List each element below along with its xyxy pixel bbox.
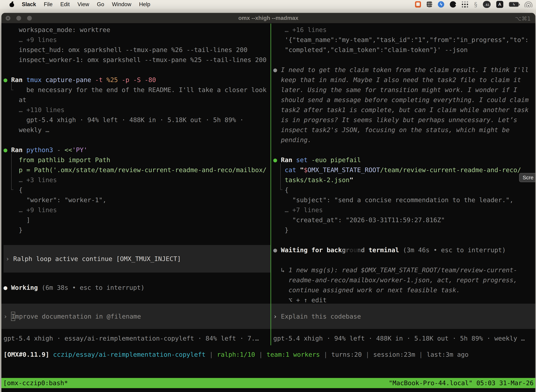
prompt-chevron-icon: › bbox=[4, 311, 11, 321]
screen-recording-icon[interactable] bbox=[415, 1, 421, 8]
terminal-text-segment: -S bbox=[133, 76, 144, 84]
terminal-line: "completed","claim_token":"claim-token"}… bbox=[273, 45, 535, 55]
terminal-text-segment: $ bbox=[304, 166, 308, 173]
terminal-text-segment: weekly … bbox=[4, 126, 49, 134]
terminal-text-segment: … +9 lines bbox=[4, 36, 57, 43]
terminal-line: keep that in mind. Maybe I also need the… bbox=[273, 75, 535, 85]
terminal-line: ● I need to get the claim token from the… bbox=[273, 65, 535, 75]
tmux-host-clock: "MacBook-Pro-44.local" 05:03 31-Mar-26 bbox=[389, 378, 534, 388]
terminal-text-segment: … +7 lines bbox=[273, 206, 323, 214]
count-badge-icon[interactable]: ..61 bbox=[483, 1, 491, 8]
prompt-input-left[interactable]: › Improve documentation in @filename bbox=[1, 304, 270, 329]
terminal-text-segment: OMX_TEAM_STATE_ROOT bbox=[308, 166, 380, 173]
menu-item-file[interactable]: File bbox=[44, 1, 53, 8]
terminal-line: p = Path('.omx/state/team/review-current… bbox=[4, 165, 270, 175]
bolt-circle-icon[interactable]: ϟ bbox=[438, 1, 444, 8]
screen-tooltip: Scre bbox=[519, 173, 535, 182]
zoom-button[interactable] bbox=[27, 16, 32, 21]
terminal-line: weekly … bbox=[4, 125, 270, 135]
output-bracket bbox=[280, 163, 282, 190]
terminal-line: … +7 lines bbox=[273, 205, 535, 215]
terminal-output: … +16 lines '{"team_name":"my-team","tas… bbox=[273, 25, 535, 305]
terminal-line: … +3 lines bbox=[4, 175, 270, 185]
terminal-text-segment: set bbox=[296, 156, 311, 163]
tmux-session-name: [omx-cczip0:bash* bbox=[3, 378, 68, 388]
terminal-line: at bbox=[4, 95, 270, 105]
terminal-text-segment: inspect_worker-1: omx sparkshell --tmux-… bbox=[4, 56, 267, 63]
terminal-text-segment: cczip/essay/ai-reimplementation-copyleft bbox=[53, 351, 206, 358]
terminal-text-segment: Ran bbox=[11, 146, 26, 154]
terminal-text-segment: } bbox=[273, 226, 289, 233]
terminal-text-segment: should send a message before completing … bbox=[273, 96, 529, 103]
terminal-text-segment: g bbox=[342, 246, 346, 254]
terminal-text-segment: workspace_mode: worktree bbox=[4, 26, 110, 33]
terminal-text-segment: u bbox=[353, 246, 357, 254]
minimize-button[interactable] bbox=[16, 16, 21, 21]
menu-item-help[interactable]: Help bbox=[139, 1, 150, 8]
menu-item-go[interactable]: Go bbox=[97, 1, 104, 8]
terminal-output-top: workspace_mode: worktree … +9 lines insp… bbox=[4, 25, 270, 245]
terminal-line: cat "$OMX_TEAM_STATE_ROOT/team/review-cu… bbox=[273, 165, 535, 175]
terminal-text-segment: Working bbox=[11, 284, 42, 291]
terminal-line: { bbox=[273, 185, 535, 195]
terminal-line: from pathlib import Path bbox=[4, 155, 270, 165]
wifi-icon[interactable] bbox=[524, 1, 532, 7]
terminal-text-segment: team:1 workers bbox=[267, 351, 320, 358]
terminal-text-segment: r bbox=[346, 246, 349, 254]
prompt-input-right[interactable]: › Explain this codebase bbox=[271, 304, 535, 329]
terminal-text-segment: is in progress? It seems likely but perh… bbox=[273, 116, 517, 123]
terminal-text-segment: continue assigned work or next feasible … bbox=[273, 286, 460, 294]
terminal-text-segment: inspect_hud: omx sparkshell --tmux-pane … bbox=[4, 46, 247, 53]
output-bracket bbox=[11, 153, 13, 190]
terminal-text-segment: n bbox=[357, 246, 361, 254]
terminal-text-segment bbox=[273, 176, 285, 183]
arc-wedge-icon[interactable] bbox=[450, 1, 456, 8]
terminal-text-segment bbox=[273, 166, 285, 173]
menu-item-window[interactable]: Window bbox=[112, 1, 131, 8]
terminal-text-segment: ⌥ + ↑ edit bbox=[273, 296, 326, 304]
terminal-text-segment: › bbox=[6, 255, 13, 262]
pane-worker[interactable]: … +16 lines '{"team_name":"my-team","tas… bbox=[271, 23, 535, 345]
pane-hud[interactable]: workspace_mode: worktree … +9 lines insp… bbox=[1, 23, 270, 345]
menu-item-view[interactable]: View bbox=[77, 1, 89, 8]
terminal-text-segment: | bbox=[255, 351, 267, 358]
terminal-text-segment: turns:20 bbox=[331, 351, 362, 358]
squiggle-icon[interactable]: § bbox=[474, 1, 477, 8]
terminal-text-segment: d bbox=[361, 246, 365, 254]
terminal-text-segment bbox=[49, 351, 53, 358]
terminal-text-segment: -p bbox=[122, 76, 133, 84]
close-button[interactable] bbox=[6, 16, 10, 21]
terminal-text-segment: | bbox=[320, 351, 331, 358]
terminal-line bbox=[273, 255, 535, 265]
terminal-text-segment: pending. bbox=[273, 136, 311, 144]
terminal-line: be necessary for the end of the README. … bbox=[4, 85, 270, 95]
terminal-window: omx --xhigh --madmax ⌥⌘1 workspace_mode:… bbox=[1, 13, 535, 392]
tmux-status-bar[interactable]: [omx-cczip0:bash* "MacBook-Pro-44.local"… bbox=[1, 378, 535, 388]
terminal-line bbox=[4, 273, 270, 283]
terminal-text-segment: terminal bbox=[365, 246, 403, 254]
terminal-line: inspect_worker-1: omx sparkshell --tmux-… bbox=[4, 55, 270, 65]
dots-grid-icon[interactable] bbox=[462, 1, 469, 8]
prompt-placeholder: mprove documentation in @filename bbox=[15, 311, 141, 321]
terminal-text-segment: 'PY' bbox=[72, 146, 87, 154]
terminal-text-segment: - bbox=[57, 146, 64, 154]
terminal-text-segment: "worker": "worker-1", bbox=[4, 196, 106, 204]
terminal-line bbox=[4, 135, 270, 145]
terminal-text-segment: ● bbox=[273, 246, 281, 254]
terminal-text-segment: … +9 lines bbox=[4, 206, 57, 214]
prompt-chevron-icon: › bbox=[273, 311, 281, 321]
window-titlebar[interactable]: omx --xhigh --madmax ⌥⌘1 bbox=[1, 13, 535, 23]
terminal-line: later. Using the same for transition mig… bbox=[273, 85, 535, 95]
terminal-text-segment: ● bbox=[273, 66, 281, 73]
apple-menu-icon[interactable] bbox=[10, 2, 14, 7]
battery-charging-icon[interactable]: ϟ bbox=[509, 2, 519, 7]
input-source-icon[interactable]: A bbox=[496, 1, 503, 8]
terminal-text-segment: ● bbox=[273, 156, 281, 163]
shield-grid-icon[interactable] bbox=[427, 1, 432, 8]
terminal-text-segment: | bbox=[415, 351, 427, 358]
menu-app-name[interactable]: Slack bbox=[22, 1, 36, 8]
window-title: omx --xhigh --madmax bbox=[238, 15, 298, 21]
window-shortcut-badge: ⌥⌘1 bbox=[515, 15, 531, 22]
menu-item-edit[interactable]: Edit bbox=[60, 1, 70, 8]
ralph-loop-banner: › Ralph loop active continue [OMX_TMUX_I… bbox=[4, 245, 270, 273]
